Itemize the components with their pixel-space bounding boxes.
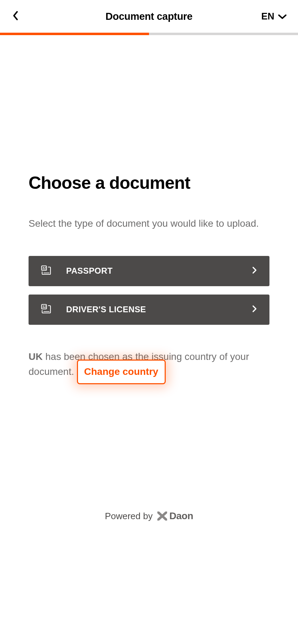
id-card-icon [41, 265, 52, 276]
progress-bar [0, 33, 298, 35]
back-button[interactable] [13, 11, 19, 22]
page-subheading: Select the type of document you would li… [29, 217, 269, 231]
document-option-drivers-license[interactable]: DRIVER'S LICENSE [29, 295, 269, 325]
svg-rect-3 [42, 269, 46, 269]
chevron-down-icon [278, 14, 287, 19]
svg-rect-9 [44, 311, 49, 312]
svg-rect-7 [45, 306, 46, 306]
svg-point-1 [43, 267, 44, 268]
id-card-icon [41, 304, 52, 315]
brand-logo: Daon [157, 510, 193, 522]
document-label: DRIVER'S LICENSE [66, 305, 252, 314]
svg-point-6 [43, 306, 44, 307]
svg-rect-4 [44, 273, 49, 273]
chevron-left-icon [13, 11, 19, 21]
navbar-title: Document capture [11, 11, 287, 22]
svg-rect-5 [42, 305, 47, 309]
country-note: UK has been chosen as the issuing countr… [29, 350, 269, 380]
brand-name: Daon [169, 510, 193, 522]
change-country-highlight: Change country [77, 360, 166, 384]
powered-by-label: Powered by [105, 511, 152, 522]
country-code: UK [29, 351, 42, 362]
chevron-right-icon [252, 305, 257, 314]
document-list: PASSPORT DRIVER'S LICENSE [29, 256, 269, 325]
x-logo-icon [157, 512, 167, 521]
change-country-link[interactable]: Change country [84, 366, 158, 377]
language-code: EN [261, 11, 274, 22]
svg-rect-0 [42, 266, 47, 271]
progress-fill [0, 33, 149, 35]
page-heading: Choose a document [29, 173, 269, 193]
language-selector[interactable]: EN [261, 11, 287, 22]
svg-rect-8 [42, 307, 46, 308]
svg-rect-2 [45, 267, 46, 268]
footer: Powered by Daon [0, 510, 298, 522]
document-option-passport[interactable]: PASSPORT [29, 256, 269, 286]
chevron-right-icon [252, 266, 257, 275]
document-label: PASSPORT [66, 266, 252, 276]
